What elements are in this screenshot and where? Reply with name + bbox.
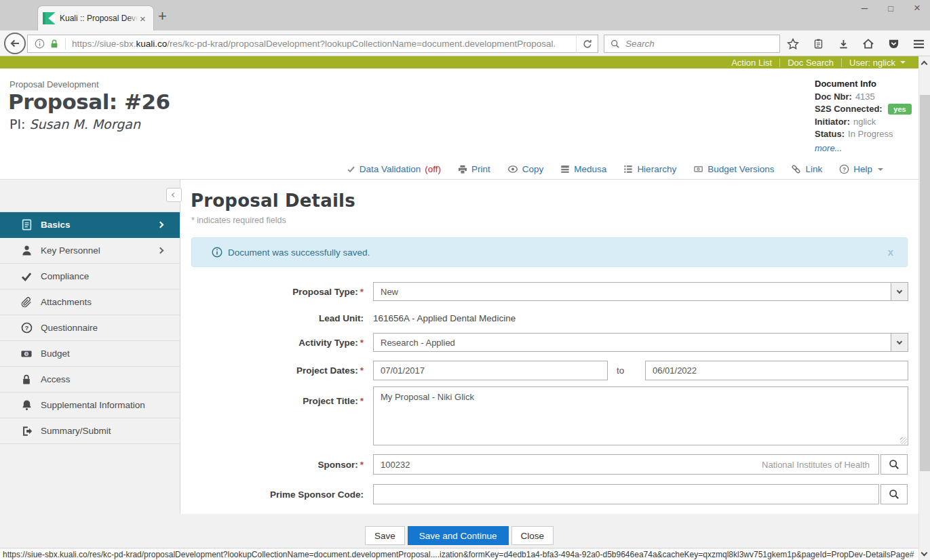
bookmark-star-icon[interactable] bbox=[787, 38, 799, 50]
link-link[interactable]: Link bbox=[791, 164, 822, 174]
project-start-input[interactable] bbox=[373, 361, 608, 380]
back-button[interactable] bbox=[4, 33, 26, 54]
s2s-badge: yes bbox=[888, 104, 911, 115]
doc-search-link[interactable]: Doc Search bbox=[780, 58, 841, 68]
pocket-shield-icon[interactable] bbox=[887, 38, 899, 49]
help-menu[interactable]: ? Help bbox=[839, 164, 883, 174]
reload-button[interactable] bbox=[576, 35, 598, 53]
activity-type-select[interactable]: Research - Applied bbox=[373, 333, 908, 352]
user-menu[interactable]: User: nglick bbox=[842, 58, 913, 68]
collapse-sidebar-button[interactable] bbox=[166, 188, 182, 202]
reading-list-icon[interactable] bbox=[812, 38, 824, 49]
maximize-button[interactable]: □ bbox=[888, 3, 893, 14]
sidebar-item-basics[interactable]: Basics bbox=[0, 212, 180, 238]
sponsor-input[interactable] bbox=[373, 454, 879, 475]
sidebar-item-access[interactable]: Access bbox=[0, 367, 180, 393]
save-and-continue-button[interactable]: Save and Continue bbox=[408, 526, 509, 545]
new-tab-button[interactable]: + bbox=[158, 9, 167, 24]
url-scheme: https://siue-sbx. bbox=[72, 39, 136, 49]
status-row: Status:In Progress bbox=[815, 128, 916, 141]
off-indicator: (off) bbox=[425, 164, 441, 174]
printer-icon bbox=[458, 165, 467, 174]
prime-sponsor-input[interactable] bbox=[373, 484, 879, 504]
action-list-link[interactable]: Action List bbox=[724, 58, 779, 68]
stacked-bars-icon bbox=[560, 165, 570, 174]
project-end-input[interactable] bbox=[645, 361, 908, 380]
app-header-bar: Action List Doc Search User: nglick bbox=[0, 56, 918, 68]
data-validation-link[interactable]: Data Validation (off) bbox=[347, 164, 441, 174]
save-button[interactable]: Save bbox=[365, 526, 405, 545]
menu-icon[interactable] bbox=[912, 39, 925, 49]
scroll-up-icon[interactable] bbox=[921, 61, 928, 68]
kuali-favicon-icon bbox=[43, 12, 55, 24]
window-titlebar: Kuali :: Proposal Developme × + – □ × bbox=[0, 0, 930, 31]
breadcrumb: Proposal Development bbox=[9, 79, 99, 89]
sidebar-item-questionnaire[interactable]: ? Questionnaire bbox=[0, 315, 180, 341]
document-info-title: Document Info bbox=[815, 78, 916, 91]
lead-unit-label: Lead Unit: bbox=[180, 313, 364, 323]
url-path: /res/kc-pd-krad/proposalDevelopment?look… bbox=[167, 39, 556, 49]
search-box[interactable]: Search bbox=[604, 35, 780, 53]
more-link[interactable]: more... bbox=[815, 142, 916, 155]
action-ribbon: Data Validation (off) Print Copy Medusa … bbox=[0, 159, 918, 180]
sign-out-icon bbox=[20, 426, 33, 437]
copy-link[interactable]: Copy bbox=[507, 164, 544, 174]
check-icon bbox=[20, 272, 33, 281]
lock-icon bbox=[20, 374, 33, 385]
tab-title: Kuali :: Proposal Developme bbox=[60, 14, 138, 23]
lead-unit-value: 161656A - Applied Dental Medicine bbox=[373, 313, 516, 323]
resize-grip-icon[interactable] bbox=[900, 437, 907, 444]
svg-text:0: 0 bbox=[25, 352, 27, 356]
vertical-scrollbar[interactable] bbox=[918, 56, 930, 560]
pi-name: Susan M. Morgan bbox=[30, 117, 140, 132]
paperclip-icon bbox=[20, 297, 33, 308]
sidebar-item-supplemental-information[interactable]: Supplemental Information bbox=[0, 393, 180, 418]
sidebar-item-budget[interactable]: 0 Budget bbox=[0, 341, 180, 367]
sponsor-search-button[interactable] bbox=[880, 454, 908, 475]
project-title-label: Project Title:* bbox=[180, 396, 364, 406]
print-link[interactable]: Print bbox=[458, 164, 490, 174]
proposal-details-panel: Proposal Details * indicates required fi… bbox=[180, 180, 918, 514]
browser-window: Kuali :: Proposal Developme × + – □ × ht… bbox=[0, 0, 930, 560]
sidebar-item-key-personnel[interactable]: Key Personnel bbox=[0, 238, 180, 264]
chevron-right-icon bbox=[157, 222, 164, 228]
minimize-button[interactable]: – bbox=[861, 1, 868, 15]
alert-text: Document was successfully saved. bbox=[228, 247, 370, 258]
alert-close-button[interactable]: x bbox=[888, 246, 893, 258]
page-info-icon[interactable] bbox=[35, 39, 45, 49]
select-arrow-icon[interactable] bbox=[891, 283, 908, 300]
url-bar[interactable]: https://siue-sbx.kuali.co/res/kc-pd-krad… bbox=[27, 35, 577, 53]
search-placeholder: Search bbox=[625, 39, 655, 49]
prime-sponsor-search-button[interactable] bbox=[880, 484, 908, 504]
sidebar-item-attachments[interactable]: Attachments bbox=[0, 289, 180, 315]
close-button[interactable]: Close bbox=[511, 526, 554, 545]
budget-versions-link[interactable]: Budget Versions bbox=[693, 164, 774, 174]
hierarchy-link[interactable]: Hierarchy bbox=[623, 164, 676, 174]
lock-icon[interactable] bbox=[50, 39, 59, 49]
question-icon: ? bbox=[20, 322, 33, 334]
caret-down-icon bbox=[878, 168, 883, 171]
document-header: Proposal Development Proposal: #26 PI: S… bbox=[0, 68, 918, 159]
download-icon[interactable] bbox=[837, 39, 849, 49]
tab-close-icon[interactable]: × bbox=[140, 13, 146, 24]
document-icon bbox=[20, 219, 33, 231]
home-icon[interactable] bbox=[862, 38, 874, 49]
doc-nbr-row: Doc Nbr:4135 bbox=[815, 91, 916, 104]
prime-sponsor-label: Prime Sponsor Code: bbox=[180, 489, 364, 500]
window-close-button[interactable]: × bbox=[914, 1, 921, 15]
question-icon: ? bbox=[839, 164, 849, 174]
select-arrow-icon[interactable] bbox=[891, 334, 908, 351]
scrollbar-thumb[interactable] bbox=[920, 95, 930, 471]
page-title: Proposal: #26 bbox=[8, 89, 170, 114]
browser-tab[interactable]: Kuali :: Proposal Developme × bbox=[37, 5, 154, 31]
proposal-type-select[interactable]: New bbox=[373, 282, 908, 301]
eye-icon bbox=[507, 165, 518, 174]
success-alert: Document was successfully saved. x bbox=[191, 237, 908, 267]
sidebar-item-summary-submit[interactable]: Summary/Submit bbox=[0, 418, 180, 444]
project-title-textarea[interactable]: My Proposal - Niki Glick bbox=[373, 386, 908, 445]
chain-icon bbox=[791, 164, 801, 174]
medusa-link[interactable]: Medusa bbox=[560, 164, 606, 174]
project-dates-label: Project Dates:* bbox=[180, 365, 364, 376]
sidebar-item-compliance[interactable]: Compliance bbox=[0, 264, 180, 289]
scroll-down-icon[interactable] bbox=[921, 550, 928, 557]
